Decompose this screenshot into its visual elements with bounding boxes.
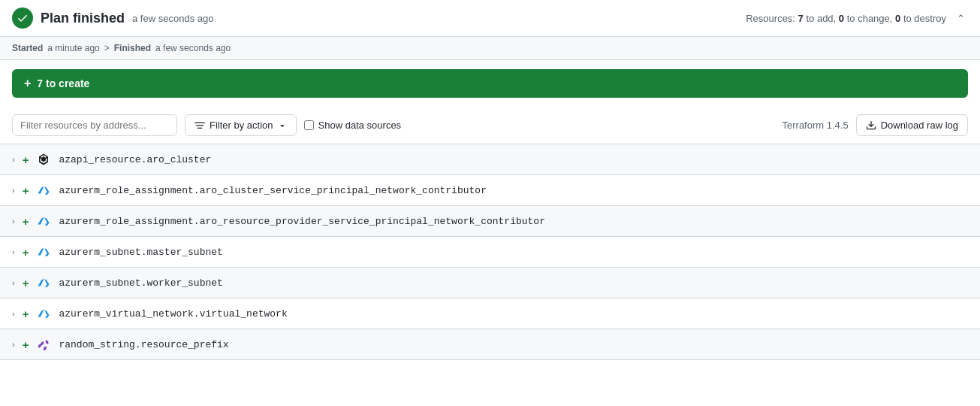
finished-label: Finished (114, 43, 151, 53)
resource-type-icon (36, 244, 51, 259)
table-row: ›+ random_string.resource_prefix (0, 329, 980, 360)
add-action-icon: + (23, 184, 29, 197)
show-data-sources-checkbox[interactable] (304, 120, 314, 130)
row-expand-icon[interactable]: › (12, 340, 15, 349)
plan-time: a few seconds ago (132, 13, 213, 24)
resource-name: azurerm_subnet.worker_subnet (59, 277, 222, 289)
resource-name: azurerm_role_assignment.aro_resource_pro… (59, 216, 545, 227)
resources-text: Resources: 7 to add, 0 to change, 0 to d… (746, 13, 946, 24)
resource-type-icon (36, 152, 51, 167)
add-action-icon: + (23, 277, 29, 289)
timeline-bar: Started a minute ago > Finished a few se… (0, 37, 980, 60)
started-time: a minute ago (47, 43, 99, 53)
resource-type-icon (36, 214, 51, 229)
resource-type-icon (36, 183, 51, 198)
table-row: ›+ azapi_resource.aro_cluster (0, 144, 980, 175)
table-row: ›+ azurerm_subnet.worker_subnet (0, 268, 980, 298)
plan-title: Plan finished (41, 11, 125, 26)
toolbar: Filter by action Show data sources Terra… (0, 107, 980, 144)
table-row: ›+ azurerm_role_assignment.aro_resource_… (0, 206, 980, 237)
add-action-icon: + (23, 246, 29, 259)
filter-icon (194, 120, 205, 131)
arrow: > (104, 43, 110, 53)
header-bar: Plan finished a few seconds ago Resource… (0, 0, 980, 37)
header-right: Resources: 7 to add, 0 to change, 0 to d… (746, 11, 968, 26)
row-expand-icon[interactable]: › (12, 309, 15, 318)
header-left: Plan finished a few seconds ago (12, 8, 213, 29)
download-raw-log-button[interactable]: Download raw log (856, 114, 968, 136)
create-icon: + (24, 77, 31, 90)
create-banner: + 7 to create (12, 69, 968, 98)
resource-list: ›+ azapi_resource.aro_cluster›+ azurerm_… (0, 144, 980, 360)
resource-type-icon (36, 306, 51, 321)
show-data-sources-label[interactable]: Show data sources (304, 120, 402, 131)
collapse-button[interactable]: ⌃ (954, 11, 968, 26)
resource-name: random_string.resource_prefix (59, 339, 228, 350)
resource-type-icon (36, 275, 51, 290)
table-row: ›+ azurerm_virtual_network.virtual_netwo… (0, 298, 980, 329)
resource-name: azapi_resource.aro_cluster (59, 154, 211, 165)
add-action-icon: + (23, 153, 29, 166)
table-row: ›+ azurerm_role_assignment.aro_cluster_s… (0, 175, 980, 206)
download-label: Download raw log (881, 120, 958, 131)
resource-name: azurerm_virtual_network.virtual_network (59, 308, 287, 320)
add-action-icon: + (23, 215, 29, 228)
table-row: ›+ azurerm_subnet.master_subnet (0, 237, 980, 268)
add-action-icon: + (23, 338, 29, 351)
chevron-down-icon (278, 121, 287, 130)
filter-by-action-button[interactable]: Filter by action (185, 114, 297, 136)
row-expand-icon[interactable]: › (12, 155, 15, 164)
filter-input[interactable] (12, 114, 177, 136)
row-expand-icon[interactable]: › (12, 247, 15, 256)
row-expand-icon[interactable]: › (12, 186, 15, 195)
terraform-version: Terraform 1.4.5 (782, 120, 849, 131)
finished-time: a few seconds ago (155, 43, 231, 53)
row-expand-icon[interactable]: › (12, 278, 15, 287)
create-label: 7 to create (37, 77, 89, 89)
filter-by-action-label: Filter by action (210, 120, 273, 131)
download-icon (866, 120, 876, 131)
row-expand-icon[interactable]: › (12, 217, 15, 226)
success-icon (12, 8, 33, 29)
resource-type-icon (36, 337, 51, 352)
resource-name: azurerm_subnet.master_subnet (59, 247, 222, 258)
started-label: Started (12, 43, 43, 53)
add-action-icon: + (23, 308, 29, 320)
resource-name: azurerm_role_assignment.aro_cluster_serv… (59, 185, 487, 196)
